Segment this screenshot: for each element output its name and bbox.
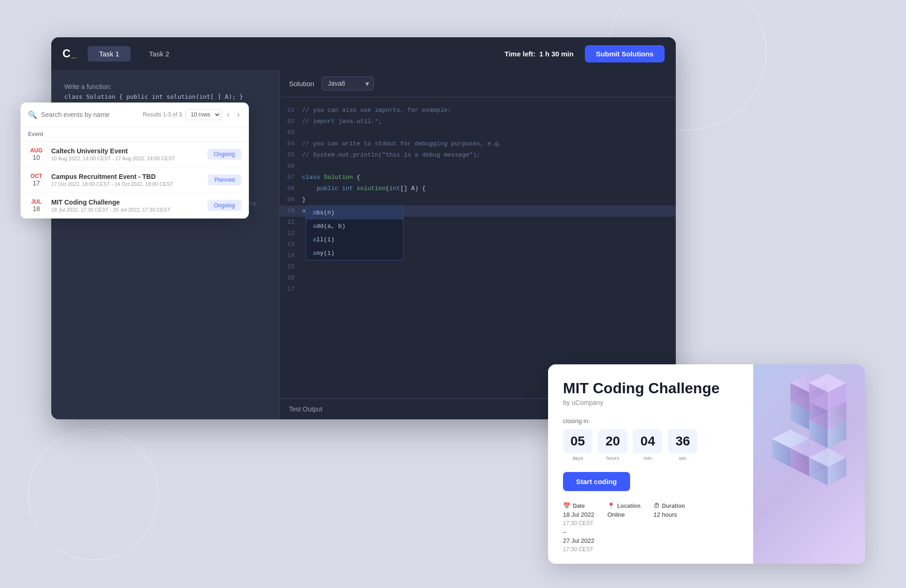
code-line-9: 09 } (280, 194, 676, 205)
editor-header: C_ Task 1 Task 2 Time left: 1 h 30 min S… (51, 37, 676, 70)
meta-date-label: 📅 Date (563, 502, 594, 509)
line-num-12: 12 (280, 228, 302, 239)
countdown-days-num: 05 (563, 429, 592, 453)
line-num-16: 16 (280, 273, 302, 284)
challenge-content: MIT Coding Challenge by uCompany closing… (548, 364, 753, 564)
tab-task1[interactable]: Task 1 (88, 46, 130, 62)
events-search-bar: 🔍 Results 1-3 of 3 10 rows ‹ › (21, 103, 249, 127)
line-content-4: // you can write to stdout for debugging… (302, 138, 676, 150)
line-content-8: public int solution(int[] A) { (302, 183, 676, 194)
rows-select[interactable]: 10 rows (185, 109, 221, 120)
countdown-days-label: days (563, 455, 592, 461)
code-line-3: 03 (280, 127, 676, 138)
event-badge-2: Planned (208, 174, 241, 185)
event-month-2: Oct (28, 173, 45, 179)
event-badge-1: Ongoing (207, 149, 241, 160)
event-date-2: Oct 17 (28, 173, 45, 187)
line-num-5: 05 (280, 150, 302, 161)
problem-function-sig: class Solution { public int solution(int… (64, 93, 266, 100)
test-output-label: Test Output (289, 405, 323, 413)
code-line-15: 15 (280, 261, 676, 273)
line-num-17: 17 (280, 284, 302, 295)
event-date-3: Jul 18 (28, 198, 45, 212)
event-info-1: Caltech University Event 10 Aug 2022, 14… (51, 147, 201, 161)
code-line-5: 05 // System.out.println("this is a debu… (280, 150, 676, 161)
events-panel: 🔍 Results 1-3 of 3 10 rows ‹ › Event Aug… (21, 103, 249, 219)
logo-dot: _ (71, 48, 76, 59)
code-line-6: 06 (280, 161, 676, 172)
closing-label: closing in: (563, 417, 738, 424)
countdown-sec: 36 sec (668, 429, 697, 461)
meta-date-end: 27 Jul 2022 (563, 537, 594, 544)
submit-solutions-button[interactable]: Submit Solutions (585, 45, 665, 62)
challenge-card: MIT Coding Challenge by uCompany closing… (548, 364, 865, 564)
logo-c: C (62, 47, 70, 60)
countdown-hours: 20 hours (598, 429, 627, 461)
event-row-1[interactable]: Aug 10 Caltech University Event 10 Aug 2… (21, 142, 249, 167)
event-row-2[interactable]: Oct 17 Campus Recruitment Event - TBD 17… (21, 167, 249, 193)
code-toolbar: Solution Java8 Python3 JavaScript C++ (280, 70, 676, 97)
meta-duration-value: 12 hours (653, 511, 685, 518)
line-num-7: 07 (280, 172, 302, 183)
event-row-3[interactable]: Jul 18 MIT Coding Challenge 18 Jul 2022,… (21, 193, 249, 219)
solution-label: Solution (289, 80, 314, 88)
illustration-svg (753, 364, 865, 513)
meta-date-separator: – (563, 528, 594, 535)
autocomplete-item-abs[interactable]: abs(n) (306, 206, 403, 219)
event-info-3: MIT Coding Challenge 18 Jul 2022, 17:30 … (51, 198, 201, 212)
countdown-sec-num: 36 (668, 429, 697, 453)
autocomplete-item-any[interactable]: any(i) (306, 246, 403, 260)
line-num-15: 15 (280, 261, 302, 273)
line-num-10: 10 (280, 205, 302, 217)
event-month-1: Aug (28, 147, 45, 154)
line-num-4: 04 (280, 138, 302, 150)
line-num-14: 14 (280, 250, 302, 261)
event-day-2: 17 (28, 179, 45, 187)
meta-location-value: Online (607, 511, 640, 518)
challenge-meta: 📅 Date 18 Jul 2022 17:30 CEST – 27 Jul 2… (563, 502, 738, 553)
code-line-1: 01 // you can also use imports, for exam… (280, 105, 676, 116)
meta-date-start: 18 Jul 2022 (563, 511, 594, 518)
meta-location: 📍 Location Online (607, 502, 640, 553)
line-num-8: 08 (280, 183, 302, 194)
code-line-4: 04 // you can write to stdout for debugg… (280, 138, 676, 150)
start-coding-button[interactable]: Start coding (563, 472, 630, 491)
event-day-1: 10 (28, 154, 45, 161)
code-line-16: 16 (280, 273, 676, 284)
autocomplete-item-add[interactable]: add(a, b) (306, 219, 403, 233)
event-month-3: Jul (28, 198, 45, 205)
event-name-3: MIT Coding Challenge (51, 198, 201, 206)
meta-duration: ⏱ Duration 12 hours (653, 502, 685, 553)
event-dates-2: 17 Oct 2022, 18:00 CEST - 24 Oct 2022, 1… (51, 181, 201, 187)
event-dates-3: 18 Jul 2022, 17:30 CEST - 25 Jul 2022, 1… (51, 207, 201, 212)
tab-task2[interactable]: Task 2 (138, 46, 180, 62)
code-line-2: 02 // import java.util.*; (280, 116, 676, 127)
event-date-1: Aug 10 (28, 147, 45, 161)
meta-date-end-time: 17:30 CEST (563, 546, 594, 553)
autocomplete-item-all[interactable]: all(i) (306, 233, 403, 246)
code-area[interactable]: 01 // you can also use imports, for exam… (280, 97, 676, 398)
countdown-hours-label: hours (598, 455, 627, 461)
language-select[interactable]: Java8 Python3 JavaScript C++ (322, 76, 374, 90)
meta-date: 📅 Date 18 Jul 2022 17:30 CEST – 27 Jul 2… (563, 502, 594, 553)
problem-write-label: Write a function: (64, 83, 266, 90)
autocomplete-dropdown[interactable]: abs(n) add(a, b) all(i) any(i) (306, 205, 404, 260)
line-num-6: 06 (280, 161, 302, 172)
countdown-hours-num: 20 (598, 429, 627, 453)
prev-page-button[interactable]: ‹ (225, 109, 231, 120)
countdown-min-num: 04 (633, 429, 662, 453)
next-page-button[interactable]: › (235, 109, 241, 120)
countdown: 05 days 20 hours 04 min 36 sec (563, 429, 738, 461)
language-select-wrap[interactable]: Java8 Python3 JavaScript C++ (322, 76, 374, 90)
event-name-1: Caltech University Event (51, 147, 201, 155)
line-num-1: 01 (280, 105, 302, 116)
search-icon: 🔍 (28, 110, 37, 119)
line-num-11: 11 (280, 217, 302, 228)
time-left-value: 1 h 30 min (539, 50, 573, 58)
countdown-min: 04 min (633, 429, 662, 461)
line-content-7: class Solution { (302, 172, 676, 183)
search-input[interactable] (41, 111, 139, 118)
line-content-1: // you can also use imports, for example… (302, 105, 676, 116)
events-table-header: Event (21, 127, 249, 142)
code-line-17: 17 (280, 284, 676, 295)
